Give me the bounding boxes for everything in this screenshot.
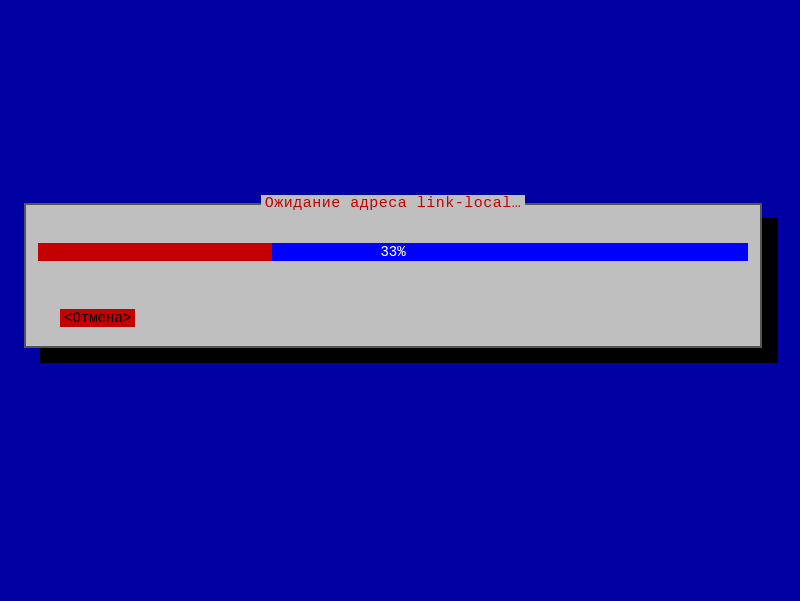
progress-dialog: Ожидание адреса link-local… 33% <Отмена> bbox=[24, 203, 762, 348]
dialog-title-wrap: Ожидание адреса link-local… bbox=[26, 195, 760, 212]
cancel-button[interactable]: <Отмена> bbox=[60, 309, 135, 327]
progress-bar: 33% bbox=[38, 243, 748, 261]
progress-label: 33% bbox=[38, 243, 748, 261]
dialog-title: Ожидание адреса link-local… bbox=[261, 195, 526, 212]
